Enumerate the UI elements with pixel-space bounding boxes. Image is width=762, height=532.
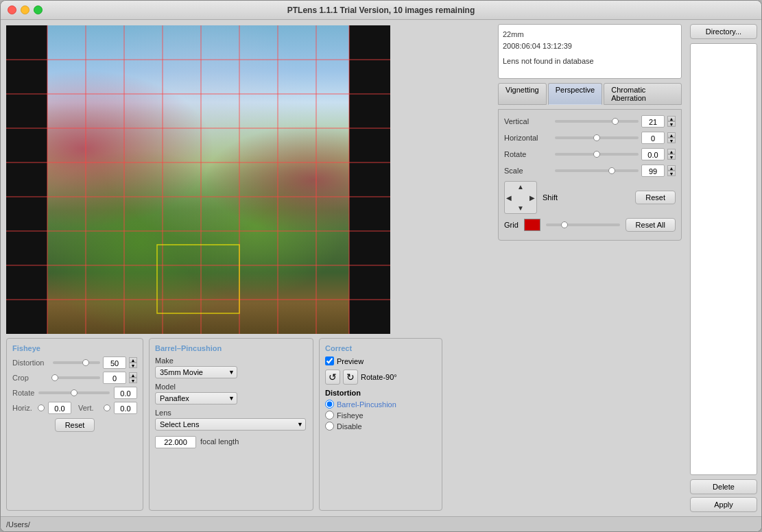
crop-down[interactable]: ▼ <box>129 378 137 383</box>
crop-slider[interactable] <box>53 376 100 379</box>
distortion-up[interactable]: ▲ <box>129 357 137 363</box>
rotate-cw-button[interactable]: ↻ <box>343 370 358 385</box>
disable-radio-label: Disable <box>337 422 362 431</box>
barrel-radio[interactable] <box>325 400 334 409</box>
scale-row: Scale 99 ▲ ▼ <box>504 165 676 177</box>
vert-value[interactable]: 0.0 <box>114 402 137 414</box>
scale-down[interactable]: ▼ <box>667 171 676 176</box>
horizontal-down[interactable]: ▼ <box>667 138 676 143</box>
make-row: Make 35mm Movie ▼ <box>155 356 307 378</box>
crop-stepper[interactable]: ▲ ▼ <box>129 372 137 383</box>
rotate-down[interactable]: ▼ <box>667 154 676 160</box>
rotate-perspective-slider[interactable] <box>555 153 639 156</box>
rotate-perspective-row: Rotate 0.0 ▲ ▼ <box>504 148 676 160</box>
datetime-info: 2008:06:04 13:12:39 <box>503 40 677 52</box>
rotate-perspective-stepper[interactable]: ▲ ▼ <box>667 149 676 160</box>
fisheye-radio-row: Fisheye <box>325 411 436 420</box>
horizontal-up[interactable]: ▲ <box>667 132 676 138</box>
delete-button[interactable]: Delete <box>690 479 757 494</box>
shift-arrows[interactable]: ▲ ▼ ◀ ▶ <box>504 181 537 214</box>
vertical-value[interactable]: 21 <box>641 115 665 128</box>
rotate-90-label: Rotate-90° <box>361 373 397 381</box>
grid-row: Grid Reset All <box>504 218 676 232</box>
scale-up[interactable]: ▲ <box>667 165 676 171</box>
preview-row: Preview <box>325 356 436 365</box>
grid-color-swatch[interactable] <box>524 219 540 231</box>
vertical-down[interactable]: ▼ <box>667 121 676 127</box>
preview-container <box>6 25 390 334</box>
shift-right-button[interactable]: ▶ <box>529 194 535 202</box>
window-controls <box>8 5 43 14</box>
sidebar-file-list[interactable] <box>690 43 757 475</box>
horiz-value[interactable]: 0.0 <box>48 402 71 414</box>
vert-slider[interactable] <box>104 407 110 409</box>
crop-up[interactable]: ▲ <box>129 372 137 378</box>
lens-select-wrapper: Select Lens ▼ <box>155 418 306 431</box>
crop-row: Crop 0 ▲ ▼ <box>12 372 137 384</box>
fisheye-reset-button[interactable]: Reset <box>55 418 95 432</box>
rotate-value-fisheye[interactable]: 0.0 <box>114 387 137 399</box>
crop-value[interactable]: 0 <box>103 372 126 384</box>
preview-checkbox[interactable] <box>325 356 334 365</box>
disable-radio[interactable] <box>325 422 334 431</box>
fisheye-radio-label: Fisheye <box>337 411 364 420</box>
fisheye-reset-container: Reset <box>12 418 137 432</box>
distortion-row: Distortion 50 ▲ ▼ <box>12 356 137 369</box>
lens-select[interactable]: Select Lens <box>155 418 306 431</box>
perspective-reset-button[interactable]: Reset <box>635 191 676 204</box>
reset-all-button[interactable]: Reset All <box>626 218 676 232</box>
horizontal-value[interactable]: 0 <box>641 132 665 144</box>
fisheye-title: Fisheye <box>12 344 137 352</box>
distortion-value[interactable]: 50 <box>103 356 126 369</box>
shift-up-button[interactable]: ▲ <box>517 183 524 191</box>
distortion-slider[interactable] <box>53 361 100 364</box>
rotate-row: ↺ ↻ Rotate-90° <box>325 370 436 385</box>
lens-label: Lens <box>155 409 307 417</box>
tab-chromatic[interactable]: Chromatic Aberration <box>604 83 682 105</box>
horiz-slider[interactable] <box>38 407 44 409</box>
horizontal-slider[interactable] <box>555 136 639 139</box>
apply-button[interactable]: Apply <box>690 497 757 512</box>
vert-label: Vert. <box>78 404 100 412</box>
disable-radio-row: Disable <box>325 422 436 431</box>
center-panel: 22mm 2008:06:04 13:12:39 Lens not found … <box>494 20 686 516</box>
scale-stepper[interactable]: ▲ ▼ <box>667 165 676 176</box>
fisheye-radio[interactable] <box>325 411 334 420</box>
model-select[interactable]: Panaflex <box>155 392 237 404</box>
vertical-up[interactable]: ▲ <box>667 116 676 121</box>
tab-vignetting[interactable]: Vignetting <box>498 83 547 105</box>
barrel-panel: Barrel–Pincushion Make 35mm Movie ▼ Mode… <box>149 338 313 511</box>
rotate-ccw-button[interactable]: ↺ <box>325 370 340 385</box>
shift-down-button[interactable]: ▼ <box>517 204 524 212</box>
horizontal-row: Horizontal 0 ▲ ▼ <box>504 132 676 144</box>
close-button[interactable] <box>8 5 16 14</box>
focal-length-input[interactable] <box>155 436 196 448</box>
info-box: 22mm 2008:06:04 13:12:39 Lens not found … <box>498 24 682 79</box>
vertical-slider[interactable] <box>555 120 639 123</box>
rotate-perspective-value[interactable]: 0.0 <box>641 148 665 160</box>
scale-value[interactable]: 99 <box>641 165 665 177</box>
scale-slider[interactable] <box>555 169 639 172</box>
right-sidebar: Directory... Delete Apply <box>686 20 761 516</box>
distortion-stepper[interactable]: ▲ ▼ <box>129 357 137 368</box>
black-bar-right <box>349 25 390 334</box>
make-select[interactable]: 35mm Movie <box>155 366 237 378</box>
minimize-button[interactable] <box>21 5 29 14</box>
horizontal-label: Horizontal <box>504 134 552 142</box>
shift-control: ▲ ▼ ◀ ▶ Shift Reset <box>504 181 676 214</box>
distortion-down[interactable]: ▼ <box>129 363 137 368</box>
vertical-stepper[interactable]: ▲ ▼ <box>667 116 676 127</box>
model-row: Model Panaflex ▼ <box>155 383 307 404</box>
grid-slider[interactable] <box>546 223 620 226</box>
crop-label: Crop <box>12 374 50 382</box>
horizontal-stepper[interactable]: ▲ ▼ <box>667 132 676 143</box>
status-bar: /Users/ <box>1 516 761 531</box>
shift-left-button[interactable]: ◀ <box>506 194 512 202</box>
directory-button[interactable]: Directory... <box>690 24 757 39</box>
rotate-slider-fisheye[interactable] <box>38 391 110 394</box>
maximize-button[interactable] <box>34 5 43 14</box>
perspective-controls: Vertical 21 ▲ ▼ Horizontal <box>498 109 682 241</box>
main-content: Fisheye Distortion 50 ▲ ▼ Crop <box>1 20 761 516</box>
tab-perspective[interactable]: Perspective <box>548 83 602 105</box>
rotate-up[interactable]: ▲ <box>667 149 676 154</box>
